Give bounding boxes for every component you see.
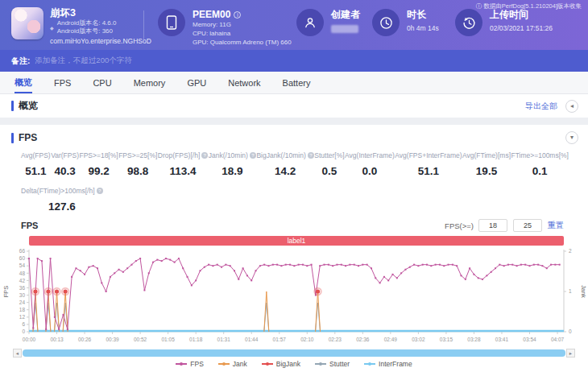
scrollbar-track[interactable]: [23, 349, 565, 357]
svg-text:36: 36: [19, 285, 26, 291]
stat-value: 98.8: [118, 165, 157, 177]
fps-collapse-button[interactable]: ▾: [565, 131, 578, 144]
stat-value: 127.6: [21, 200, 103, 213]
legend-label: FPS: [190, 360, 204, 368]
tab-battery[interactable]: Battery: [283, 72, 311, 93]
reset-button[interactable]: 重置: [548, 220, 564, 231]
legend-item-stutter[interactable]: Stutter: [315, 360, 350, 368]
app-version-name: Android版本名: 4.6.0: [57, 19, 117, 27]
svg-text:01:31: 01:31: [217, 337, 231, 342]
duration-block: 时长 0h 4m 14s: [372, 9, 439, 36]
stat-label: Stutter[%]: [314, 151, 344, 159]
svg-text:FPS: FPS: [2, 286, 10, 298]
chart-scrollbar: ◂ ▸: [13, 349, 575, 358]
perfdog-version-note: ⓘ 数据由PerfDog[5.1.210204]版本收集: [476, 2, 582, 10]
svg-text:1: 1: [569, 288, 572, 294]
stat-value: 14.2: [256, 165, 313, 177]
scrollbar-left-arrow[interactable]: ◂: [13, 349, 22, 358]
stat-label: Avg(FPS+InterFrame): [395, 151, 462, 159]
upload-time-value: 02/03/2021 17:51:26: [490, 24, 553, 32]
stat-bigjank-10min: BigJank(/10min)?14.2: [256, 151, 313, 177]
duration-value: 0h 4m 14s: [407, 24, 439, 32]
stat-value: 0.0: [345, 165, 395, 177]
legend-item-bigjank[interactable]: BigJank: [262, 360, 300, 368]
stat-avg-fps-interframe: Avg(FPS+InterFrame)51.1: [395, 151, 462, 177]
svg-text:01:05: 01:05: [161, 337, 175, 342]
fps-section-header: FPS ▾: [0, 125, 588, 145]
svg-text:02:49: 02:49: [384, 337, 398, 342]
device-name: PEEM00: [193, 9, 230, 20]
svg-text:02:36: 02:36: [356, 337, 370, 342]
fps-section-title: FPS: [19, 132, 37, 143]
stat-value: 0.5: [314, 165, 344, 177]
chart-legend: FPSJankBigJankStutterInterFrame: [0, 358, 588, 370]
stat-label: Avg(InterFrame): [345, 151, 395, 159]
tab-overview[interactable]: 概览: [14, 72, 32, 93]
tab-memory[interactable]: Memory: [134, 72, 166, 93]
legend-label: Jank: [233, 360, 247, 368]
legend-marker: [364, 363, 375, 365]
svg-text:0: 0: [22, 329, 25, 334]
svg-text:48: 48: [19, 271, 26, 276]
svg-text:24: 24: [19, 300, 26, 305]
stat-label: BigJank(/10min): [256, 151, 305, 159]
stat-avg-ftime-ms: Avg(FTime)[ms]19.5: [462, 151, 511, 177]
app-title: 崩坏3: [50, 7, 151, 19]
app-block: 崩坏3 ◆ Android版本名: 4.6.0 Android版本号: 360 …: [11, 7, 151, 45]
upload-time-block: 上传时间 02/03/2021 17:51:26: [455, 9, 553, 36]
stat-value: 51.1: [395, 165, 462, 177]
overview-collapse-button[interactable]: ◂: [565, 100, 578, 113]
svg-text:04:07: 04:07: [551, 337, 565, 342]
stat-label: Avg(FTime)[ms]: [462, 151, 511, 159]
report-header: 崩坏3 ◆ Android版本名: 4.6.0 Android版本号: 360 …: [0, 0, 588, 50]
svg-text:60: 60: [19, 255, 26, 261]
note-bar[interactable]: 备注: 添加备注，不超过200个字符: [0, 50, 588, 72]
stat-fps-25: FPS>=25[%]98.8: [118, 151, 157, 177]
app-version-code: Android版本号: 360: [57, 27, 117, 35]
fps-chart[interactable]: 0612182430364248546066FPS012Jank00:0000:…: [0, 246, 588, 348]
device-info-icon[interactable]: i: [234, 11, 241, 19]
svg-text:00:13: 00:13: [50, 337, 64, 342]
tab-fps[interactable]: FPS: [54, 72, 71, 93]
legend-item-fps[interactable]: FPS: [176, 360, 204, 368]
stat-avg-interframe: Avg(InterFrame)0.0: [345, 151, 395, 177]
svg-text:03:15: 03:15: [440, 337, 453, 342]
stat-label: Jank(/10min): [209, 151, 248, 159]
history-icon: [455, 9, 482, 36]
svg-text:00:26: 00:26: [78, 337, 92, 342]
stat-info-icon[interactable]: ?: [97, 188, 103, 194]
export-all-link[interactable]: 导出全部: [525, 101, 557, 112]
legend-label: BigJank: [276, 360, 300, 368]
tab-gpu[interactable]: GPU: [187, 72, 206, 93]
tab-cpu[interactable]: CPU: [93, 72, 111, 93]
note-placeholder[interactable]: 添加备注，不超过200个字符: [35, 56, 131, 66]
stat-info-icon[interactable]: ?: [250, 152, 256, 159]
svg-text:03:54: 03:54: [523, 337, 536, 342]
stat-label: Delta(FTime)>100ms[/h]: [21, 187, 95, 195]
svg-text:0: 0: [569, 329, 572, 334]
svg-text:54: 54: [19, 262, 26, 268]
fps-threshold-input-1[interactable]: [478, 219, 507, 232]
legend-item-interframe[interactable]: InterFrame: [364, 360, 412, 368]
phone-icon: [158, 9, 185, 36]
stat-label: FPS>=25[%]: [118, 151, 157, 159]
stat-label: FTime>=100ms[%]: [511, 151, 569, 159]
tab-network[interactable]: Network: [228, 72, 260, 93]
svg-text:03:28: 03:28: [467, 337, 481, 342]
stat-fps-18: FPS>=18[%]99.2: [79, 151, 118, 177]
duration-label: 时长: [407, 9, 439, 20]
legend-marker: [262, 363, 273, 365]
stat-label: Var(FPS): [51, 151, 79, 159]
svg-text:02:10: 02:10: [300, 337, 314, 342]
section-accent-bar: [11, 133, 14, 143]
legend-item-jank[interactable]: Jank: [218, 360, 247, 368]
device-memory: Memory: 11G: [193, 20, 292, 29]
stat-info-icon[interactable]: ?: [201, 152, 208, 159]
creator-block: 创建者: [296, 9, 360, 36]
svg-text:12: 12: [19, 314, 26, 320]
legend-label: InterFrame: [379, 360, 412, 368]
app-icon: [11, 7, 43, 39]
scrollbar-right-arrow[interactable]: ▸: [566, 349, 575, 358]
stat-info-icon[interactable]: ?: [308, 152, 314, 159]
fps-threshold-input-2[interactable]: [513, 219, 542, 232]
